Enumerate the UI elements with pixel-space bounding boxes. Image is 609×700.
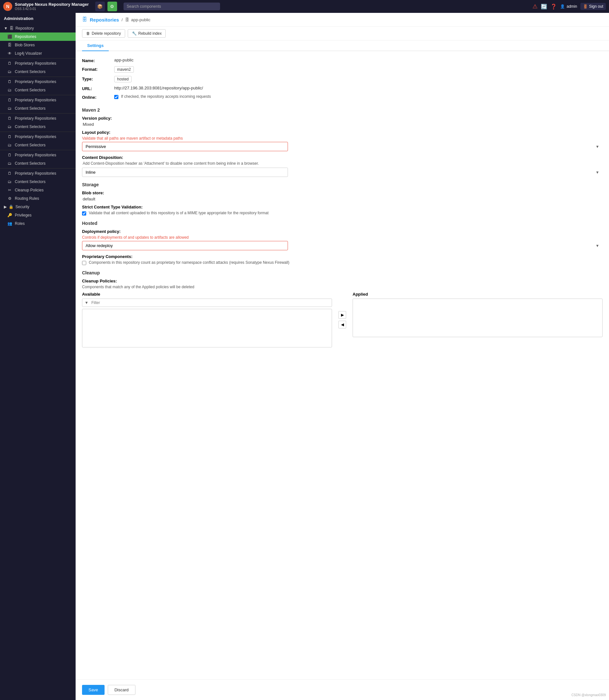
top-nav-right: ⚠ 🔄 ❓ 👤 admin 🚪 Sign out [533, 3, 606, 10]
help-icon[interactable]: ❓ [551, 3, 557, 10]
sidebar-header: Administration [0, 13, 75, 24]
available-label: Available [82, 292, 332, 297]
proprietary-icon-3: 🗒 [7, 98, 12, 102]
strict-content-description: Validate that all content uploaded to th… [89, 211, 268, 215]
log4j-icon: 👁 [7, 51, 12, 56]
proprietary-label: Proprietary Components: [82, 254, 603, 259]
sidebar-item-roles[interactable]: 👥 Roles [0, 220, 75, 228]
online-checkbox[interactable] [114, 95, 118, 99]
cleanup-available-col: Available ▼ [82, 292, 332, 347]
proprietary-icon-4: 🗒 [7, 116, 12, 121]
sidebar-item-repositories[interactable]: ⬛ Repositories [0, 33, 75, 41]
delete-repository-button[interactable]: 🗑 Delete repository [82, 29, 125, 38]
logo-area: N Sonatype Nexus Repository Manager OSS … [3, 2, 89, 11]
form-row-name: Name: app-public [82, 57, 603, 63]
user-icon: 👤 [560, 4, 565, 9]
sidebar-item-log4j[interactable]: 👁 Log4j Visualizer [0, 49, 75, 57]
divider-4 [0, 113, 75, 113]
type-label: Type: [82, 76, 114, 82]
breadcrumb-parent-icon: 🗄 [82, 17, 87, 22]
storage-section-title: Storage [82, 182, 603, 187]
sidebar-item-proprietary-2[interactable]: 🗒 Proprietary Repositories [0, 77, 75, 86]
cleanup-columns: Available ▼ ▶ ◀ Applied [82, 292, 603, 347]
sidebar-item-proprietary-5[interactable]: 🗒 Proprietary Repositories [0, 133, 75, 141]
storage-section: Blob store: default Strict Content Type … [82, 190, 603, 215]
browse-icon[interactable]: 📦 [95, 2, 105, 11]
proprietary-checkbox[interactable] [82, 261, 86, 265]
format-label: Format: [82, 66, 114, 72]
divider-2 [0, 76, 75, 77]
deployment-policy-select[interactable]: Allow redeploy Disable redeploy Read-onl… [82, 241, 288, 250]
sidebar-item-content-selectors-1[interactable]: 🗂 Content Selectors [0, 68, 75, 76]
proprietary-icon-6: 🗒 [7, 153, 12, 157]
sidebar-item-routing-rules[interactable]: ⚙ Routing Rules [0, 194, 75, 203]
deployment-policy-validation: Controls if deployments of and updates t… [82, 235, 603, 240]
content-disposition-select-wrapper: Inline Attachment ▼ [82, 168, 603, 177]
settings-icon[interactable]: ⚙ [107, 2, 117, 11]
tab-settings[interactable]: Settings [82, 40, 109, 51]
transfer-left-button[interactable]: ◀ [338, 321, 346, 329]
strict-content-label: Strict Content Type Validation: [82, 205, 603, 209]
cleanup-section: Cleanup Policies: Components that match … [82, 279, 603, 347]
sidebar-item-privileges[interactable]: 🔑 Privileges [0, 211, 75, 220]
discard-button[interactable]: Discard [108, 685, 136, 695]
layout-policy-select-wrapper: Permissive Strict ▼ [82, 142, 603, 151]
refresh-icon[interactable]: 🔄 [541, 3, 547, 10]
sidebar-item-cleanup-policies[interactable]: ✂ Cleanup Policies [0, 186, 75, 194]
form-area: Name: app-public Format: maven2 Type: ho… [75, 51, 609, 679]
layout-policy-arrow: ▼ [595, 144, 599, 149]
divider-7 [0, 168, 75, 169]
search-input[interactable] [124, 3, 220, 10]
sidebar-item-proprietary-6[interactable]: 🗒 Proprietary Repositories [0, 151, 75, 159]
sidebar-item-content-selectors-6[interactable]: 🗂 Content Selectors [0, 159, 75, 168]
save-button[interactable]: Save [82, 685, 105, 695]
app-title: Sonatype Nexus Repository Manager OSS 3.… [15, 2, 89, 11]
content-selectors-icon-4: 🗂 [7, 124, 12, 129]
available-cleanup-box [82, 309, 332, 347]
sidebar-group-security[interactable]: ▶ 🔒 Security [0, 203, 75, 211]
filter-input[interactable] [82, 299, 332, 307]
name-label: Name: [82, 57, 114, 63]
roles-icon: 👥 [7, 221, 12, 226]
sidebar-item-content-selectors-2[interactable]: 🗂 Content Selectors [0, 86, 75, 94]
sidebar-item-proprietary-4[interactable]: 🗒 Proprietary Repositories [0, 114, 75, 123]
sidebar-item-blob-stores[interactable]: 🗄 Blob Stores [0, 41, 75, 49]
form-footer: Save Discard [75, 679, 609, 700]
applied-cleanup-box [353, 299, 603, 337]
cleanup-icon: ✂ [7, 188, 12, 192]
rebuild-index-button[interactable]: 🔧 Rebuild index [128, 29, 166, 38]
sidebar-item-content-selectors-3[interactable]: 🗂 Content Selectors [0, 104, 75, 112]
sidebar-item-proprietary-7[interactable]: 🗒 Proprietary Repositories [0, 169, 75, 178]
sidebar-item-content-selectors-7[interactable]: 🗂 Content Selectors [0, 178, 75, 186]
content-disposition-select[interactable]: Inline Attachment [82, 168, 288, 177]
transfer-right-button[interactable]: ▶ [338, 311, 346, 319]
applied-label: Applied [353, 292, 603, 297]
user-area[interactable]: 👤 admin [560, 4, 577, 9]
sidebar-item-proprietary-1[interactable]: 🗒 Proprietary Repositories [0, 59, 75, 68]
sidebar-item-content-selectors-5[interactable]: 🗂 Content Selectors [0, 141, 75, 149]
sidebar-item-proprietary-3[interactable]: 🗒 Proprietary Repositories [0, 96, 75, 104]
repositories-icon: ⬛ [7, 34, 12, 39]
strict-content-checkbox[interactable] [82, 211, 86, 215]
sidebar-item-content-selectors-4[interactable]: 🗂 Content Selectors [0, 123, 75, 131]
content-selectors-icon-7: 🗂 [7, 179, 12, 184]
content-selectors-icon-1: 🗂 [7, 69, 12, 74]
deployment-policy-select-wrapper: Allow redeploy Disable redeploy Read-onl… [82, 241, 603, 250]
breadcrumb-parent-link[interactable]: Repositories [90, 17, 119, 22]
strict-content-checkbox-row: Validate that all content uploaded to th… [82, 211, 603, 215]
content-selectors-icon-6: 🗂 [7, 161, 12, 166]
divider-1 [0, 58, 75, 58]
rebuild-icon: 🔧 [132, 31, 137, 36]
chevron-down-icon: ▼ [4, 26, 8, 31]
delete-label: Delete repository [92, 31, 121, 36]
delete-icon: 🗑 [86, 31, 90, 36]
nav-icons: 📦 ⚙ [95, 2, 117, 11]
sidebar-group-repository[interactable]: ▼ 🗄 Repository [0, 24, 75, 33]
search-bar [124, 3, 220, 10]
layout-policy-select[interactable]: Permissive Strict [82, 142, 288, 151]
format-badge: maven2 [114, 66, 134, 73]
cleanup-policies-label: Cleanup Policies: [82, 279, 603, 283]
sign-out-button[interactable]: 🚪 Sign out [580, 3, 606, 10]
online-checkbox-row: If checked, the repository accepts incom… [114, 94, 211, 99]
app-logo: N [3, 2, 12, 11]
